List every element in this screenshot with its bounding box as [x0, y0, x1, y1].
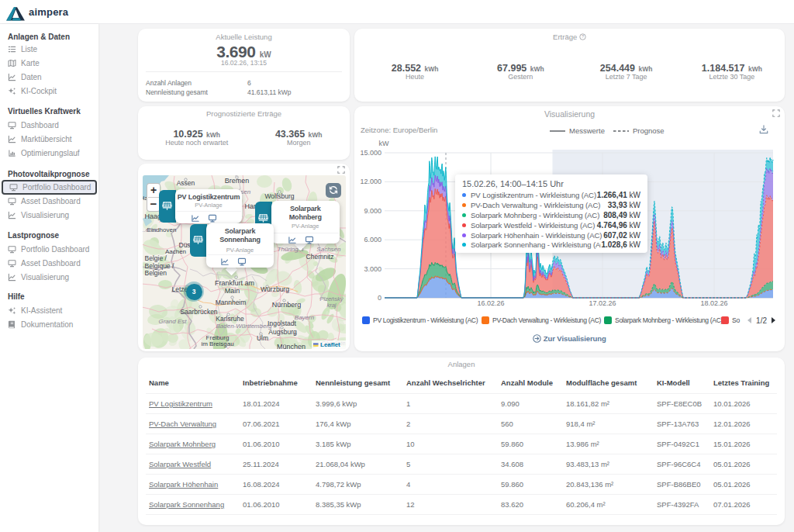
svg-text:0: 0	[378, 294, 381, 302]
svg-text:Nürnberg: Nürnberg	[271, 301, 301, 309]
svg-text:Sachsen: Sachsen	[316, 245, 341, 252]
svg-text:kraj: kraj	[326, 301, 336, 308]
svg-text:Karlsruhe: Karlsruhe	[216, 314, 244, 322]
svg-text:Wolfsburg: Wolfsburg	[264, 192, 294, 199]
svg-text:Bayern: Bayern	[294, 313, 314, 320]
svg-text:12.000: 12.000	[360, 178, 381, 185]
svg-text:Aachen: Aachen	[164, 248, 185, 255]
svg-text:Belgique /: Belgique /	[144, 261, 174, 269]
svg-text:16.02.26: 16.02.26	[477, 299, 504, 307]
svg-text:Ingolstadt: Ingolstadt	[268, 320, 296, 327]
svg-text:Chemnitz: Chemnitz	[306, 253, 333, 261]
svg-text:Leaflet: Leaflet	[320, 341, 340, 348]
svg-text:Ulm: Ulm	[256, 334, 268, 342]
svg-text:Main: Main	[224, 286, 240, 294]
svg-text:Saarbrücken: Saarbrücken	[180, 307, 217, 315]
svg-text:Belgien: Belgien	[144, 269, 167, 277]
svg-text:München: München	[276, 342, 305, 349]
svg-text:im Breisgau: im Breisgau	[201, 340, 233, 347]
svg-text:Würzburg: Würzburg	[261, 285, 289, 293]
svg-text:Baden-Württemberg: Baden-Württemberg	[216, 323, 272, 330]
svg-text:kW: kW	[379, 140, 390, 147]
svg-text:Belgie /: Belgie /	[144, 254, 167, 262]
svg-text:6.000: 6.000	[364, 236, 381, 244]
svg-text:3.000: 3.000	[364, 265, 381, 273]
svg-text:...eren: ...eren	[143, 226, 157, 233]
svg-text:Mannheim: Mannheim	[215, 299, 246, 306]
svg-text:9.000: 9.000	[364, 207, 381, 215]
svg-text:Frankfurt am: Frankfurt am	[214, 278, 254, 286]
svg-text:Bremen: Bremen	[224, 177, 249, 185]
svg-text:Grand Est: Grand Est	[158, 317, 187, 324]
svg-text:17.02.26: 17.02.26	[589, 299, 616, 307]
svg-text:Assen: Assen	[176, 178, 195, 186]
svg-text:Augsburg: Augsburg	[268, 328, 297, 336]
svg-text:?: ?	[582, 34, 584, 39]
svg-text:18.02.26: 18.02.26	[700, 299, 727, 307]
svg-text:15.000: 15.000	[360, 149, 381, 157]
